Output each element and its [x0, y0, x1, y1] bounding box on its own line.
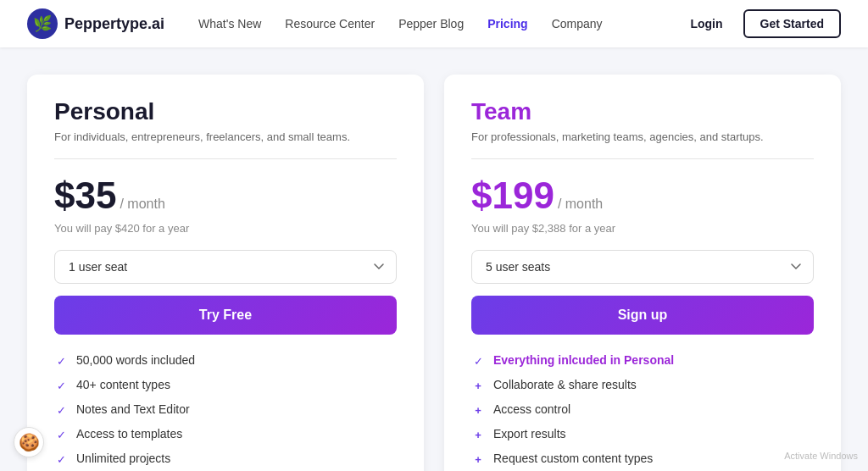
- team-yearly-note: You will pay $2,388 for a year: [471, 222, 814, 235]
- pricing-main: Personal For individuals, entrepreneurs,…: [0, 47, 868, 471]
- nav-link-pepper-blog[interactable]: Pepper Blog: [398, 17, 464, 30]
- nav-link-company[interactable]: Company: [552, 17, 603, 30]
- nav-link-whats-new[interactable]: What's New: [198, 17, 261, 30]
- personal-yearly-note: You will pay $420 for a year: [54, 222, 397, 235]
- plus-icon-1: +: [471, 379, 485, 392]
- personal-plan-desc: For individuals, entrepreneurs, freelanc…: [54, 130, 397, 143]
- check-icon-team-1: ✓: [471, 354, 485, 368]
- login-button[interactable]: Login: [680, 12, 732, 36]
- logo-icon: 🌿: [27, 8, 58, 39]
- nav-link-resource-center[interactable]: Resource Center: [285, 17, 375, 30]
- team-feature-5: + Request custom content types: [471, 452, 814, 466]
- nav-actions: Login Get Started: [680, 9, 841, 38]
- team-feature-4: + Export results: [471, 427, 814, 441]
- personal-feature-3: ✓ Notes and Text Editor: [54, 402, 397, 417]
- check-icon-5: ✓: [54, 452, 68, 466]
- check-icon-1: ✓: [54, 354, 68, 368]
- get-started-button[interactable]: Get Started: [743, 9, 841, 38]
- nav-links: What's New Resource Center Pepper Blog P…: [198, 17, 680, 30]
- personal-seat-select[interactable]: 1 user seat 2 user seats 3 user seats 5 …: [54, 250, 397, 284]
- check-icon-3: ✓: [54, 403, 68, 417]
- nav-link-pricing[interactable]: Pricing: [487, 17, 527, 30]
- team-plan-card: Team For professionals, marketing teams,…: [444, 75, 841, 471]
- team-price-row: $199 / month: [471, 175, 814, 217]
- team-plan-name: Team: [471, 98, 814, 125]
- team-feature-1: ✓ Everything inlcuded in Personal: [471, 353, 814, 368]
- team-price-period: / month: [558, 197, 603, 212]
- navbar: 🌿 Peppertype.ai What's New Resource Cent…: [0, 0, 868, 47]
- team-feature-3: + Access control: [471, 402, 814, 417]
- plus-icon-3: +: [471, 428, 485, 441]
- team-feature-list: ✓ Everything inlcuded in Personal + Coll…: [471, 353, 814, 466]
- personal-feature-list: ✓ 50,000 words included ✓ 40+ content ty…: [54, 353, 397, 466]
- plus-icon-4: +: [471, 452, 485, 466]
- cookie-icon[interactable]: 🍪: [14, 427, 44, 457]
- personal-price-period: / month: [120, 197, 164, 212]
- personal-feature-2: ✓ 40+ content types: [54, 378, 397, 392]
- personal-feature-5: ✓ Unlimited projects: [54, 452, 397, 466]
- team-cta-button[interactable]: Sign up: [471, 296, 814, 335]
- personal-cta-button[interactable]: Try Free: [54, 296, 397, 335]
- check-icon-2: ✓: [54, 379, 68, 392]
- personal-price-amount: $35: [54, 175, 116, 217]
- logo[interactable]: 🌿 Peppertype.ai: [27, 8, 164, 39]
- team-feature-2: + Collaborate & share results: [471, 378, 814, 392]
- personal-divider: [54, 158, 397, 159]
- team-plan-desc: For professionals, marketing teams, agen…: [471, 130, 814, 143]
- windows-watermark: Activate Windows: [784, 451, 858, 461]
- personal-feature-4: ✓ Access to templates: [54, 427, 397, 441]
- personal-feature-1: ✓ 50,000 words included: [54, 353, 397, 368]
- personal-price-row: $35 / month: [54, 175, 397, 217]
- team-seat-select[interactable]: 5 user seats 10 user seats 20 user seats: [471, 250, 814, 284]
- logo-text: Peppertype.ai: [64, 15, 164, 33]
- plus-icon-2: +: [471, 403, 485, 417]
- check-icon-4: ✓: [54, 428, 68, 441]
- team-divider: [471, 158, 814, 159]
- team-price-amount: $199: [471, 175, 554, 217]
- personal-plan-card: Personal For individuals, entrepreneurs,…: [27, 75, 424, 471]
- personal-plan-name: Personal: [54, 98, 397, 125]
